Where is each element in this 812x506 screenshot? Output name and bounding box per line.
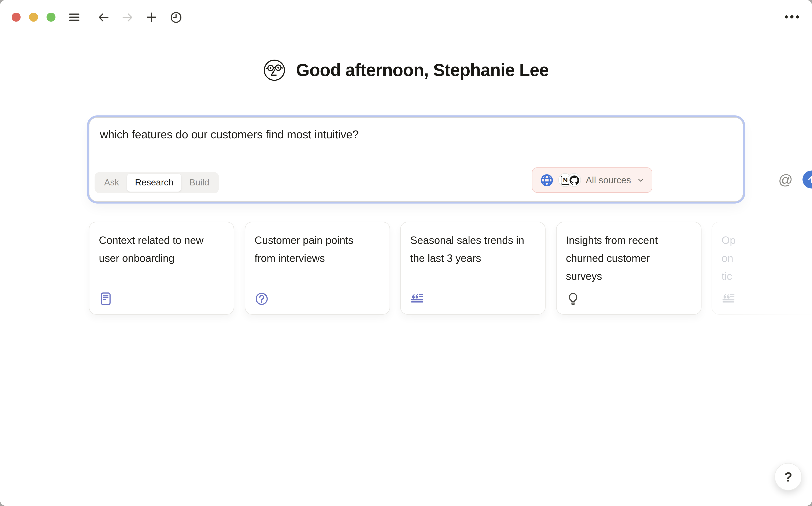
new-tab-icon[interactable] [145, 11, 158, 24]
source-avatars: N [558, 173, 581, 187]
card-title: Insights from recent churned customer su… [566, 231, 680, 285]
github-icon [567, 173, 581, 187]
traffic-light-close[interactable] [12, 13, 21, 22]
ellipsis-icon [785, 15, 788, 18]
arrow-up-icon [807, 175, 812, 184]
forward-icon [121, 11, 134, 24]
page-title: Good afternoon, Stephanie Lee [296, 60, 549, 80]
suggestion-card[interactable]: Customer pain points from interviews [245, 222, 390, 315]
lightbulb-icon [566, 292, 580, 306]
sources-label: All sources [586, 174, 631, 186]
more-options-button[interactable] [783, 13, 801, 21]
suggestion-card[interactable]: Insights from recent churned customer su… [556, 222, 701, 315]
document-icon [99, 292, 113, 306]
query-input[interactable]: which features do our customers find mos… [100, 129, 732, 142]
composer[interactable]: which features do our customers find mos… [89, 117, 743, 202]
traffic-light-zoom[interactable] [47, 13, 56, 22]
card-title: Seasonal sales trends in the last 3 year… [410, 231, 525, 267]
mode-switcher: Ask Research Build [95, 172, 219, 193]
send-button[interactable] [803, 171, 812, 189]
card-title: Context related to new user onboarding [99, 231, 213, 267]
suggestion-cards: Context related to new user onboarding C… [0, 222, 812, 322]
app-window: Good afternoon, Stephanie Lee which feat… [0, 0, 812, 506]
mention-button[interactable]: @ [777, 171, 795, 189]
quote-icon [722, 292, 735, 306]
card-title: Op on tic [722, 231, 812, 285]
help-button[interactable]: ? [774, 463, 802, 491]
suggestion-card[interactable]: Context related to new user onboarding [89, 222, 234, 315]
suggestion-card-truncated[interactable]: Op on tic [712, 222, 812, 315]
quote-icon [410, 292, 424, 306]
back-icon[interactable] [97, 11, 110, 24]
greeting: Good afternoon, Stephanie Lee [0, 59, 812, 81]
history-icon[interactable] [169, 11, 183, 24]
mode-ask[interactable]: Ask [96, 174, 127, 192]
card-title: Customer pain points from interviews [255, 231, 369, 267]
question-mark: ? [784, 469, 792, 485]
sources-button[interactable]: N All sources [532, 167, 652, 193]
mode-research[interactable]: Research [127, 174, 182, 192]
mode-build[interactable]: Build [182, 174, 217, 192]
assistant-face-icon [263, 59, 285, 81]
stage: Good afternoon, Stephanie Lee which feat… [0, 0, 812, 506]
suggestion-card[interactable]: Seasonal sales trends in the last 3 year… [400, 222, 546, 315]
help-circle-icon [255, 292, 268, 306]
traffic-light-minimize[interactable] [29, 13, 38, 22]
toolbar [0, 0, 812, 34]
chevron-down-icon [637, 176, 644, 184]
globe-icon [540, 173, 554, 187]
menu-icon[interactable] [68, 11, 81, 24]
